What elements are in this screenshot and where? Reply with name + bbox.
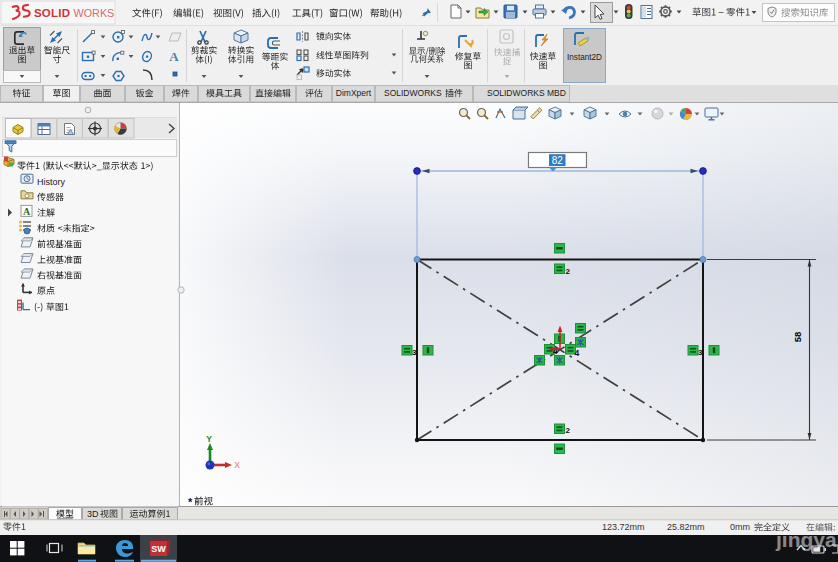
- svg-text:3: 3: [698, 348, 703, 357]
- svg-text:X: X: [234, 460, 240, 470]
- svg-text:–: –: [719, 7, 724, 17]
- svg-text:History: History: [37, 177, 66, 187]
- svg-text:A: A: [23, 206, 31, 217]
- svg-text:2: 2: [566, 426, 571, 435]
- svg-text:jingyan: jingyan: [775, 528, 838, 551]
- svg-text:Instant2D: Instant2D: [567, 53, 602, 62]
- svg-text:4: 4: [553, 346, 558, 356]
- svg-text:2: 2: [566, 267, 571, 276]
- svg-text:82: 82: [552, 155, 564, 166]
- svg-text:SOLID: SOLID: [34, 7, 70, 19]
- svg-text:A: A: [169, 49, 179, 64]
- svg-text:3: 3: [412, 348, 417, 357]
- svg-text:58: 58: [792, 332, 803, 343]
- svg-text:SW: SW: [151, 544, 166, 554]
- svg-text:0mm: 0mm: [730, 522, 750, 532]
- svg-text:SOLIDWORKS: SOLIDWORKS: [384, 88, 442, 98]
- svg-text:Y: Y: [206, 434, 212, 444]
- svg-text:123.72mm: 123.72mm: [602, 522, 645, 532]
- svg-text:SOLIDWORKS MBD: SOLIDWORKS MBD: [487, 88, 566, 98]
- svg-text:4: 4: [575, 348, 580, 358]
- svg-text:WORKS: WORKS: [74, 7, 115, 19]
- svg-text:3D: 3D: [87, 509, 99, 519]
- svg-text:DimXpert: DimXpert: [336, 88, 372, 98]
- svg-text:25.82mm: 25.82mm: [667, 522, 705, 532]
